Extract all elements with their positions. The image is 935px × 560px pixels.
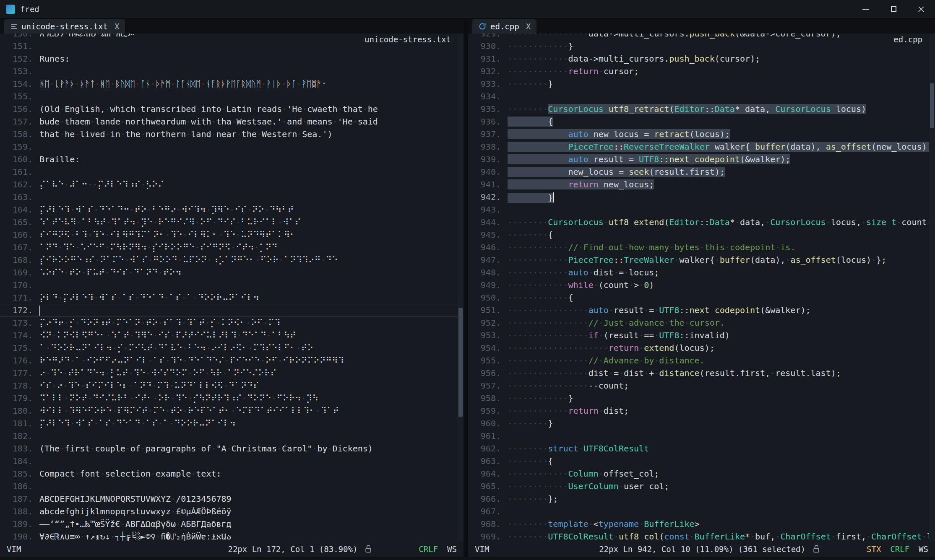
code-line[interactable]: 968.········template·<typename·BufferLik… xyxy=(468,518,929,530)
code-line[interactable]: 931.············data->multi_cursors.push… xyxy=(468,52,929,65)
unlock-icon[interactable] xyxy=(364,544,372,554)
code-line[interactable]: 961. xyxy=(468,430,929,442)
code-line[interactable]: 954.····················return·extend(lo… xyxy=(468,342,929,354)
text-line[interactable]: 164.⡍⠜⠇⠑⠹·⠺⠁⠎·⠙⠑⠁⠙⠒·⠞⠕·⠃⠑⠛⠔·⠺⠊⠹⠲·⡹⠻⠑·⠊⠎·… xyxy=(0,203,458,216)
text-line[interactable]: 190.∀∂∈ℝ∧∪≡∞·↑↗↨↻⇣·┐┼╔╘░►☺♀·ﬁ�⑀₂ἠḂӥẄɐː⍎א… xyxy=(0,530,458,541)
eol-indicator[interactable]: CRLF xyxy=(890,544,909,554)
line-content[interactable]: (Old·English,·which·transcribed·into·Lat… xyxy=(33,103,458,115)
text-line[interactable]: 187.ABCDEFGHIJKLMNOPQRSTUVWXYZ·/01234567… xyxy=(0,493,458,505)
text-line[interactable]: 181.⡍⠜⠇⠑⠹·⠺⠁⠎·⠁⠎·⠙⠑⠁⠙·⠁⠎·⠁·⠙⠕⠕⠗⠤⠝⠁⠊⠇⠲ xyxy=(0,417,458,430)
line-content[interactable]: ············PieceTree::ReverseTreeWalker… xyxy=(501,140,929,153)
text-line[interactable]: 166.⠎⠊⠛⠝⠫·⠃⠹·⠹⠑·⠊⠇⠻⠛⠹⠍⠁⠝⠂·⠹⠑·⠊⠇⠻⠅⠂·⠹⠑·⠥⠝… xyxy=(0,228,458,241)
code-line[interactable]: 960.········} xyxy=(468,417,929,430)
code-line[interactable]: 952.················//·Just·advance·the·… xyxy=(468,316,929,329)
line-content[interactable]: ············return·dist; xyxy=(501,404,929,417)
code-line[interactable]: 962.········struct·UTF8ColResult xyxy=(468,442,929,455)
line-content[interactable]: ⠗⠑⠛⠜⠙·⠁·⠊⠕⠋⠋⠔⠤⠝⠁⠊⠇·⠁⠎·⠹⠑·⠙⠑⠁⠙⠑⠌·⠏⠊⠑⠊⠑·⠕⠋… xyxy=(33,354,458,367)
line-content[interactable]: ················auto·result·=·UTF8::next… xyxy=(501,304,929,316)
text-line[interactable]: 172. xyxy=(0,304,458,316)
line-content[interactable]: ················//·Advance·by·distance. xyxy=(501,354,929,367)
code-line[interactable]: 929.················data->multi_cursors.… xyxy=(468,34,929,40)
line-content[interactable]: ············auto·new_locus·=·retract(loc… xyxy=(501,128,929,140)
line-content[interactable]: ············new_locus·=·seek(result.firs… xyxy=(501,166,929,178)
text-line[interactable]: 158.that·he·lived·in·the·northern·land·n… xyxy=(0,128,458,140)
tab-close-icon[interactable]: X xyxy=(526,22,531,31)
code-line[interactable]: 967. xyxy=(468,505,929,518)
line-content[interactable]: Runes: xyxy=(33,52,458,65)
code-line[interactable]: 965.············UserColumn·user_col; xyxy=(468,480,929,493)
line-content[interactable]: ⡍⠔⠙⠖·⡊·⠙⠕⠝⠰⠞·⠍⠑⠁⠝·⠞⠕·⠎⠁⠹·⠹⠁⠞·⡊·⠅⠝⠪⠂·⠕⠋·⠍… xyxy=(33,316,458,329)
left-scrollbar[interactable] xyxy=(458,34,464,541)
line-content[interactable]: ················data->multi_cursors.push… xyxy=(501,34,929,40)
line-content[interactable]: ⠁·⠙⠕⠕⠗⠤⠝⠁⠊⠇⠲·⡊·⠍⠊⠣⠞·⠙⠁⠧⠑·⠃⠑⠲·⠔⠊⠇⠔⠫⠂·⠍⠹⠎⠑… xyxy=(33,342,458,354)
line-content[interactable]: ⠪⠝·⠅⠝⠪⠇⠫⠛⠑⠂·⠱⠁⠞·⠹⠻⠑·⠊⠎·⠏⠜⠞⠊⠊⠥⠇⠜⠇⠹·⠙⠑⠁⠙·⠁… xyxy=(33,329,458,342)
line-content[interactable]: Compact·font·selection·example·text: xyxy=(33,467,458,480)
tab-ed-cpp[interactable]: ed.cpp X xyxy=(472,19,537,34)
line-content[interactable]: ⠁⠝⠙·⠹⠑·⠡⠊⠑⠋·⠍⠳⠗⠝⠻⠲·⡎⠊⠗⠕⠕⠛⠑·⠎⠊⠛⠝⠫·⠊⠞⠲·⡁⠝⠙ xyxy=(33,241,458,254)
line-content[interactable] xyxy=(501,505,929,518)
code-line[interactable]: 932.············return·cursor; xyxy=(468,65,929,78)
text-line[interactable]: 160.Braille: xyxy=(0,153,458,166)
right-editor-area[interactable]: ed.cpp 929.················data->multi_c… xyxy=(468,34,935,541)
text-line[interactable]: 153. xyxy=(0,65,458,78)
text-line[interactable]: 170. xyxy=(0,279,458,291)
line-content[interactable]: ········CursorLocus·utf8_retract(Editor:… xyxy=(501,103,929,115)
text-line[interactable]: 175.⠁·⠙⠕⠕⠗⠤⠝⠁⠊⠇⠲·⡊·⠍⠊⠣⠞·⠙⠁⠧⠑·⠃⠑⠲·⠔⠊⠇⠔⠫⠂·… xyxy=(0,342,458,354)
line-content[interactable] xyxy=(33,304,458,316)
line-content[interactable] xyxy=(33,279,458,291)
line-content[interactable]: ∀∂∈ℝ∧∪≡∞·↑↗↨↻⇣·┐┼╔╘░►☺♀·ﬁ�⑀₂ἠḂӥẄɐː⍎אԱა xyxy=(33,530,458,541)
eol-indicator[interactable]: CRLF xyxy=(419,544,438,554)
text-line[interactable]: 156.(Old·English,·which·transcribed·into… xyxy=(0,103,458,115)
line-content[interactable]: ········{ xyxy=(501,228,929,241)
line-content[interactable]: ········}; xyxy=(501,493,929,505)
line-content[interactable]: ········UTF8ColResult·utf8_col(const·Buf… xyxy=(501,530,929,541)
tab-unicode-stress-txt[interactable]: unicode-stress.txt X xyxy=(4,19,125,34)
text-line[interactable]: 182. xyxy=(0,430,458,442)
line-content[interactable]: ⠺⠊⠇⠇·⠹⠻⠑⠋⠕⠗⠑·⠏⠻⠍⠊⠞·⠍⠑·⠞⠕·⠗⠑⠏⠑⠁⠞⠂·⠑⠍⠏⠙⠁⠞⠊… xyxy=(33,404,458,417)
line-content[interactable]: ············//·Find·out·how·many·bytes·t… xyxy=(501,241,929,254)
line-content[interactable]: ········} xyxy=(501,191,929,203)
line-content[interactable]: ················dist·=·dist·+·distance(r… xyxy=(501,367,929,379)
code-line[interactable]: 943. xyxy=(468,203,929,216)
text-line[interactable]: 167.⠁⠝⠙·⠹⠑·⠡⠊⠑⠋·⠍⠳⠗⠝⠻⠲·⡎⠊⠗⠕⠕⠛⠑·⠎⠊⠛⠝⠫·⠊⠞⠲… xyxy=(0,241,458,254)
text-line[interactable]: 159. xyxy=(0,140,458,153)
text-line[interactable]: 168.⡎⠊⠗⠕⠕⠛⠑⠰⠎·⠝⠁⠍⠑·⠺⠁⠎·⠛⠕⠕⠙·⠥⠏⠕⠝·⠰⡡⠁⠝⠛⠑⠂… xyxy=(0,254,458,266)
code-line[interactable]: 947.············PieceTree::TreeWalker·wa… xyxy=(468,254,929,266)
line-content[interactable]: Braille: xyxy=(33,153,458,166)
code-line[interactable]: 937.············auto·new_locus·=·retract… xyxy=(468,128,929,140)
text-line[interactable]: 171.⡕⠇⠙·⡍⠜⠇⠑⠹·⠺⠁⠎·⠁⠎·⠙⠑⠁⠙·⠁⠎·⠁·⠙⠕⠕⠗⠤⠝⠁⠊⠇… xyxy=(0,291,458,304)
line-content[interactable] xyxy=(33,480,458,493)
code-line[interactable]: 944.········CursorLocus·utf8_extend(Edit… xyxy=(468,216,929,228)
line-content[interactable]: ············auto·result·=·UTF8::next_cod… xyxy=(501,153,929,166)
text-line[interactable]: 152.Runes: xyxy=(0,52,458,65)
line-content[interactable] xyxy=(33,65,458,78)
text-line[interactable]: 163. xyxy=(0,191,458,203)
line-content[interactable]: ⠎⠊⠛⠝⠫·⠃⠹·⠹⠑·⠊⠇⠻⠛⠹⠍⠁⠝⠂·⠹⠑·⠊⠇⠻⠅⠂·⠹⠑·⠥⠝⠙⠻⠞⠁… xyxy=(33,228,458,241)
line-content[interactable]: ············return·cursor; xyxy=(501,65,929,78)
code-line[interactable]: 950.············{ xyxy=(468,291,929,304)
line-content[interactable] xyxy=(501,430,929,442)
line-content[interactable]: ················//·Just·advance·the·curs… xyxy=(501,316,929,329)
line-content[interactable] xyxy=(33,90,458,103)
line-content[interactable] xyxy=(501,90,929,103)
pane-separator[interactable] xyxy=(464,18,468,557)
close-button[interactable] xyxy=(907,0,935,18)
line-content[interactable]: ········template·<typename·BufferLike> xyxy=(501,518,929,530)
text-line[interactable]: 155. xyxy=(0,90,458,103)
unlock-icon[interactable] xyxy=(812,544,820,554)
line-content[interactable]: ⡎⠊⠗⠕⠕⠛⠑⠰⠎·⠝⠁⠍⠑·⠺⠁⠎·⠛⠕⠕⠙·⠥⠏⠕⠝·⠰⡡⠁⠝⠛⠑⠂·⠋⠕⠗… xyxy=(33,254,458,266)
right-scrollbar-thumb[interactable] xyxy=(930,83,934,128)
text-line[interactable]: 177.⠔·⠹⠑·⠞⠗⠁⠙⠑⠲·⡃⠥⠞·⠹⠑·⠺⠊⠎⠙⠕⠍·⠕⠋·⠳⠗·⠁⠝⠊⠑… xyxy=(0,367,458,379)
code-line[interactable]: 946.············//·Find·out·how·many·byt… xyxy=(468,241,929,254)
line-content[interactable]: ⡕⠇⠙·⡍⠜⠇⠑⠹·⠺⠁⠎·⠁⠎·⠙⠑⠁⠙·⠁⠎·⠁·⠙⠕⠕⠗⠤⠝⠁⠊⠇⠲ xyxy=(33,291,458,304)
line-content[interactable] xyxy=(33,140,458,153)
line-content[interactable]: ABCDEFGHIJKLMNOPQRSTUVWXYZ·/0123456789 xyxy=(33,493,458,505)
text-line[interactable]: 185.Compact·font·selection·example·text: xyxy=(0,467,458,480)
line-content[interactable]: ········{ xyxy=(501,115,929,128)
line-content[interactable]: ᚻᛖ·ᚳᚹᚫᚦ·ᚦᚫᛏ·ᚻᛖ·ᛒᚢᛞᛖ·ᚩᚾ·ᚦᚫᛗ·ᛚᚪᚾᛞᛖ·ᚾᚩᚱᚦᚹᛖᚪ… xyxy=(33,78,458,90)
text-line[interactable]: 189.–—‘“”„†•…‰™œŠŸž€·ΑΒΓΔΩαβγδω·АБВГДабв… xyxy=(0,518,458,530)
text-line[interactable]: 183.(The·first·couple·of·paragraphs·of·"… xyxy=(0,442,458,455)
code-line[interactable]: 957.················--count; xyxy=(468,379,929,392)
line-content[interactable]: ········{ xyxy=(501,455,929,467)
line-content[interactable]: ············} xyxy=(501,392,929,404)
